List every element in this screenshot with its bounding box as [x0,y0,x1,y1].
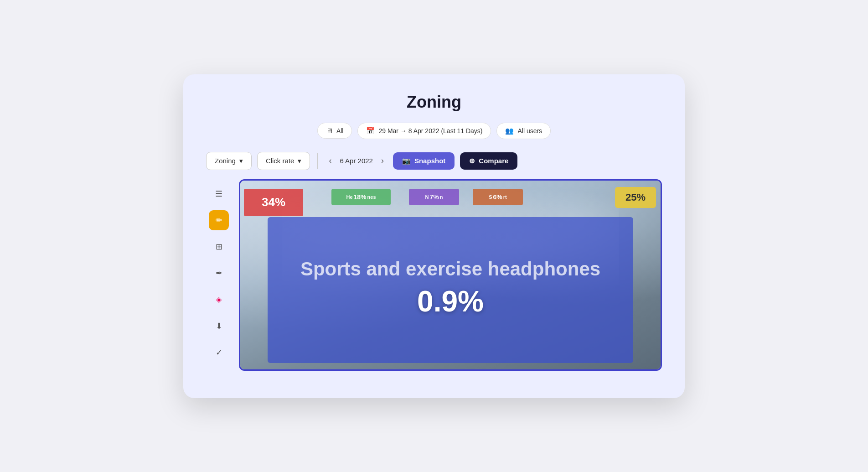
plus-circle-icon: ⊕ [469,157,475,165]
metric-dropdown[interactable]: Click rate ▾ [257,152,310,170]
pen-tool[interactable]: ✒ [209,263,229,283]
current-date: 6 Apr 2022 [340,157,373,165]
grid-icon: ⊞ [216,242,222,252]
pencil-tool[interactable]: ✏ [209,210,229,230]
calendar-icon: 📅 [366,127,375,135]
eraser-tool[interactable]: ◈ [209,290,229,310]
device-filter[interactable]: 🖥 All [317,123,352,139]
zoning-dropdown[interactable]: Zoning ▾ [206,152,252,170]
zone-red: 34% [244,189,303,216]
compare-button[interactable]: ⊕ Compare [460,152,517,170]
zone-purple: N7%n [409,189,459,205]
list-icon: ☰ [215,189,222,199]
toolbar: Zoning ▾ Click rate ▾ ‹ 6 Apr 2022 › 📷 S… [206,152,662,170]
preview-frame: 34% He18%nes N7%n S6%rt 25% Sports and e… [239,179,662,371]
pencil-icon: ✏ [216,215,222,225]
download-icon: ⬇ [216,321,222,331]
date-navigator: ‹ 6 Apr 2022 › [325,154,388,167]
chevron-down-icon: ▾ [239,157,243,165]
date-range-filter[interactable]: 📅 29 Mar → 8 Apr 2022 (Last 11 Days) [357,123,491,139]
prev-date-button[interactable]: ‹ [325,154,335,167]
divider [317,153,318,169]
list-tool[interactable]: ☰ [209,184,229,204]
check-tool[interactable]: ✓ [209,342,229,363]
main-container: Zoning 🖥 All 📅 29 Mar → 8 Apr 2022 (Last… [183,74,685,398]
zone-yellow: 25% [615,187,656,208]
users-icon: 👥 [505,127,514,135]
page-title: Zoning [206,93,662,112]
camera-icon: 📷 [402,157,411,165]
chevron-down-icon: ▾ [298,157,301,165]
check-icon: ✓ [216,348,222,358]
zone-green: He18%nes [331,189,391,205]
grid-tool[interactable]: ⊞ [209,237,229,257]
pen-icon: ✒ [216,268,222,278]
snapshot-button[interactable]: 📷 Snapshot [393,152,455,170]
preview-image: 34% He18%nes N7%n S6%rt 25% Sports and e… [240,181,661,371]
center-text: Sports and exercise headphones [300,258,600,280]
main-content: ☰ ✏ ⊞ ✒ ◈ ⬇ ✓ [206,179,662,371]
eraser-icon: ◈ [216,295,222,304]
click-rate-value: 0.9% [417,285,484,318]
audience-filter[interactable]: 👥 All users [496,123,551,139]
sidebar-tools: ☰ ✏ ⊞ ✒ ◈ ⬇ ✓ [206,179,232,367]
zone-orange: S6%rt [473,189,523,205]
download-tool[interactable]: ⬇ [209,316,229,336]
next-date-button[interactable]: › [377,154,388,167]
monitor-icon: 🖥 [326,127,333,135]
filter-bar: 🖥 All 📅 29 Mar → 8 Apr 2022 (Last 11 Day… [206,123,662,139]
center-overlay: Sports and exercise headphones 0.9% [268,217,633,363]
